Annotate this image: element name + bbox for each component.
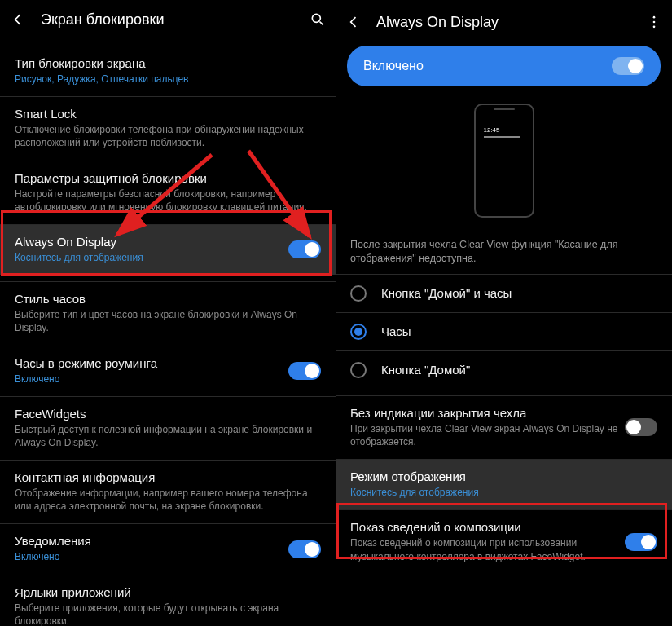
svg-point-2 <box>653 21 656 24</box>
overflow-icon[interactable] <box>646 14 662 30</box>
row-always-on-display[interactable]: Always On Display Коснитесь для отображе… <box>0 224 336 275</box>
back-icon[interactable] <box>10 11 26 28</box>
row-contact-info[interactable]: Контактная информация Отображение информ… <box>0 460 336 523</box>
toggle-enabled[interactable] <box>612 57 644 75</box>
back-icon[interactable] <box>345 14 362 30</box>
search-icon[interactable] <box>310 11 326 28</box>
toggle-notifications[interactable] <box>288 540 321 558</box>
svg-point-3 <box>653 26 656 29</box>
row-clock-style[interactable]: Стиль часов Выберите тип и цвет часов на… <box>0 281 336 345</box>
screen-aod-settings: Always On Display Включено 12:45 После з… <box>336 0 672 626</box>
toggle-aod[interactable] <box>288 240 321 258</box>
radio-clock[interactable]: Часы <box>336 312 672 350</box>
screen-lock-settings: Экран блокировки Тип блокировки экрана Р… <box>0 0 336 626</box>
header: Экран блокировки <box>0 0 336 39</box>
row-smart-lock[interactable]: Smart Lock Отключение блокировки телефон… <box>0 96 336 160</box>
header: Always On Display <box>336 0 672 39</box>
radio-icon <box>350 324 367 340</box>
radio-home-and-clock[interactable]: Кнопка "Домой" и часы <box>336 274 672 312</box>
row-facewidgets[interactable]: FaceWidgets Быстрый доступ к полезной ин… <box>0 396 336 460</box>
row-display-mode[interactable]: Режим отображения Коснитесь для отображе… <box>336 459 672 509</box>
enabled-bar: Включено <box>347 46 661 86</box>
phone-mock: 12:45 <box>474 104 534 218</box>
row-app-shortcuts[interactable]: Ярлыки приложений Выберите приложения, к… <box>0 575 336 626</box>
toggle-cover-indication[interactable] <box>625 418 657 436</box>
caption: После закрытия чехла Clear View функция … <box>336 235 672 274</box>
svg-point-1 <box>653 16 656 19</box>
row-notifications[interactable]: Уведомления Включено <box>0 523 336 574</box>
radio-icon <box>350 285 367 302</box>
radio-icon <box>350 362 367 378</box>
page-title: Экран блокировки <box>41 11 310 29</box>
preview-time: 12:45 <box>484 126 500 134</box>
svg-point-0 <box>312 14 320 22</box>
enabled-label: Включено <box>363 59 612 73</box>
page-title: Always On Display <box>376 14 646 31</box>
row-secure-lock-params[interactable]: Параметры защитной блокировки Настройте … <box>0 161 336 224</box>
toggle-roaming-clock[interactable] <box>288 362 321 380</box>
row-roaming-clock[interactable]: Часы в режиме роуминга Включено <box>0 346 336 396</box>
preview-zone: 12:45 <box>336 91 672 230</box>
toggle-music-info[interactable] <box>625 533 657 551</box>
row-no-cover-indication[interactable]: Без индикации закрытия чехла При закрыти… <box>336 395 672 459</box>
row-music-info[interactable]: Показ сведений о композиции Показ сведен… <box>336 509 672 573</box>
row-lock-type[interactable]: Тип блокировки экрана Рисунок, Радужка, … <box>0 46 336 96</box>
radio-home[interactable]: Кнопка "Домой" <box>336 350 672 389</box>
